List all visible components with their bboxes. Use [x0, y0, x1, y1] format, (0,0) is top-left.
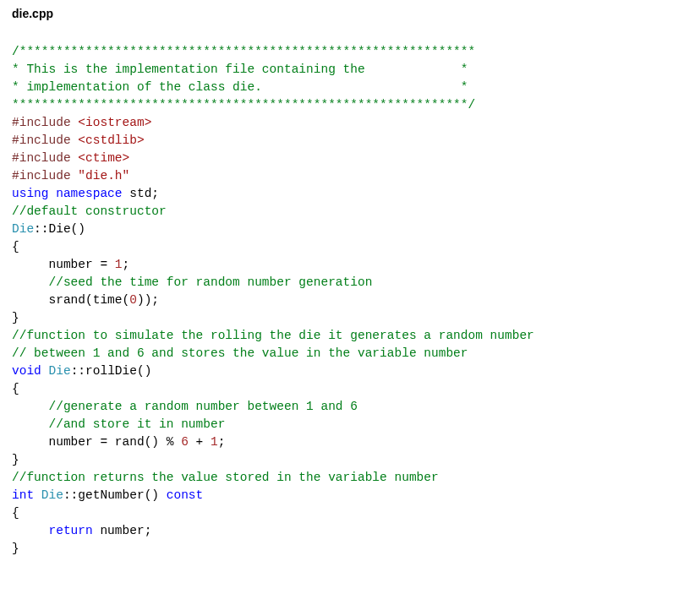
- assign-lhs: number =: [49, 258, 115, 271]
- comment-default-ctor: //default constructor: [12, 204, 167, 218]
- brace-close: }: [12, 542, 19, 555]
- class-name: Die: [41, 488, 63, 502]
- comment-header-line1: /***************************************…: [12, 45, 475, 58]
- document-container: die.cpp /*******************************…: [0, 0, 700, 564]
- semicolon: ;: [151, 187, 159, 200]
- class-name: Die: [49, 364, 71, 378]
- brace-open: {: [12, 382, 19, 395]
- include-header: "die.h": [78, 169, 129, 183]
- semicolon: ;: [218, 435, 226, 449]
- srand-end: ));: [137, 293, 159, 307]
- number-literal: 1: [115, 258, 123, 271]
- brace-open: {: [12, 240, 19, 253]
- include-header: <iostream>: [78, 116, 151, 129]
- comment-seed: //seed the time for random number genera…: [12, 275, 372, 289]
- include-header: <cstdlib>: [78, 134, 144, 147]
- semicolon: ;: [145, 524, 152, 537]
- filename-label: die.cpp: [12, 7, 688, 20]
- void-keyword: void: [12, 364, 49, 378]
- number-literal: 0: [129, 293, 137, 307]
- indent: [12, 258, 49, 271]
- rand-line-a: number = rand() %: [12, 435, 181, 449]
- brace-close: }: [12, 311, 19, 324]
- namespace-name: std: [123, 187, 152, 200]
- include-keyword: #include: [12, 116, 78, 129]
- comment-generate-line1: //generate a random number between 1 and…: [12, 400, 358, 413]
- return-var: number: [93, 524, 145, 537]
- class-name: Die: [12, 222, 34, 236]
- comment-header-line4: ****************************************…: [12, 98, 475, 112]
- code-block: /***************************************…: [12, 25, 688, 558]
- semicolon: ;: [123, 258, 130, 271]
- include-keyword: #include: [12, 134, 78, 147]
- comment-roll-line2: // between 1 and 6 and stores the value …: [12, 346, 468, 360]
- comment-roll-line1: //function to simulate the rolling the d…: [12, 329, 534, 342]
- using-keyword: using namespace: [12, 187, 123, 200]
- brace-close: }: [12, 453, 19, 466]
- return-keyword: return: [12, 524, 93, 537]
- int-keyword: int: [12, 488, 41, 502]
- method-name: ::getNumber(): [63, 488, 167, 502]
- srand-call: srand(time(: [12, 293, 129, 307]
- comment-header-line2: * This is the implementation file contai…: [12, 63, 468, 76]
- include-keyword: #include: [12, 151, 78, 165]
- number-literal: 1: [211, 435, 218, 449]
- plus-op: +: [189, 435, 211, 449]
- comment-getnumber: //function returns the value stored in t…: [12, 471, 439, 484]
- comment-generate-line2: //and store it in number: [12, 417, 225, 431]
- method-name: ::rollDie(): [71, 364, 152, 378]
- brace-open: {: [12, 506, 19, 520]
- comment-header-line3: * implementation of the class die. *: [12, 80, 468, 94]
- include-keyword: #include: [12, 169, 78, 183]
- number-literal: 6: [181, 435, 189, 449]
- include-header: <ctime>: [78, 151, 129, 165]
- const-keyword: const: [167, 488, 204, 502]
- ctor-name: ::Die(): [34, 222, 85, 236]
